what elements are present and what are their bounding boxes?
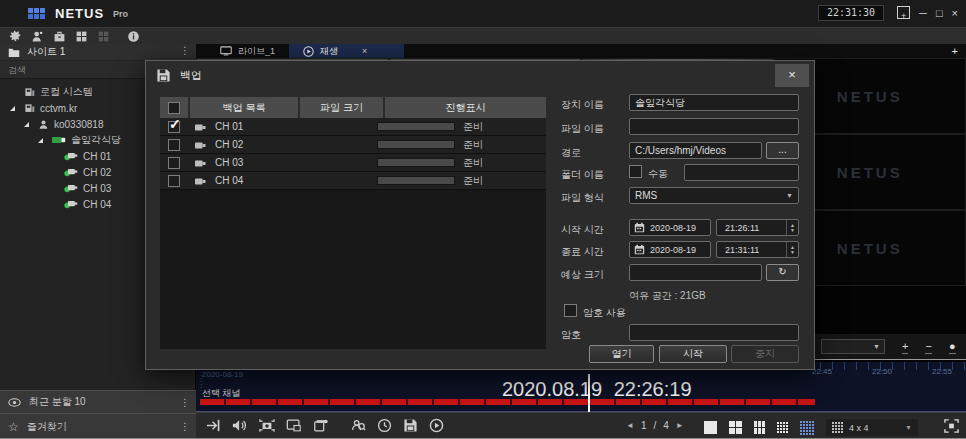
file-format-label: 파일 형식 bbox=[561, 191, 604, 205]
settings-gear-icon[interactable] bbox=[9, 30, 22, 43]
progress-status: 준비 bbox=[463, 120, 483, 134]
maximize-button[interactable]: □ bbox=[936, 4, 943, 22]
recording-track[interactable] bbox=[200, 399, 815, 405]
camera-icon bbox=[194, 136, 208, 154]
expanded-arrow-icon[interactable] bbox=[24, 122, 29, 127]
fullscreen-icon[interactable] bbox=[943, 418, 960, 438]
tab-live[interactable]: 라이브_1 bbox=[206, 44, 289, 58]
brand-suffix: Pro bbox=[113, 9, 128, 19]
dialog-title-bar[interactable]: 백업 bbox=[146, 61, 814, 89]
dialog-close-button[interactable]: × bbox=[775, 64, 809, 87]
camera-icon bbox=[64, 199, 78, 209]
spin-down-icon[interactable]: ▼ bbox=[790, 250, 795, 255]
device-name-label: 장치 이름 bbox=[561, 98, 604, 112]
progress-bar bbox=[377, 158, 455, 167]
minimize-button[interactable]: ─ bbox=[919, 4, 927, 22]
snapshot-camera-icon[interactable] bbox=[259, 418, 275, 437]
sidebar-menu-dots[interactable]: ⋮ bbox=[180, 45, 190, 56]
close-button[interactable]: × bbox=[952, 4, 958, 22]
progress-status: 준비 bbox=[463, 156, 483, 170]
expanded-arrow-icon[interactable] bbox=[38, 138, 43, 143]
info-icon[interactable] bbox=[127, 30, 140, 43]
timeline-scale-dropdown[interactable]: ▼ bbox=[821, 339, 885, 354]
goto-time-icon[interactable] bbox=[206, 418, 221, 437]
stop-button[interactable]: 중지 bbox=[731, 345, 799, 363]
layout-4x4-icon[interactable] bbox=[777, 422, 788, 433]
backup-save-icon[interactable] bbox=[403, 418, 418, 437]
refresh-size-button[interactable]: ↻ bbox=[766, 264, 799, 281]
backup-row-ch4[interactable]: CH 04 준비 bbox=[160, 172, 546, 190]
browse-button[interactable]: ... bbox=[766, 142, 799, 159]
file-name-label: 파일 이름 bbox=[561, 122, 604, 136]
channel-checkbox[interactable] bbox=[168, 139, 180, 151]
backup-dialog: 백업 × 백업 목록 파일 크기 진행표시 ✓ CH 01 준비 CH 02 bbox=[145, 60, 815, 370]
favorites-panel[interactable]: ☆ 즐겨찾기 ⋮ bbox=[0, 413, 196, 439]
recent-split-panel[interactable]: 최근 분할 10 ⋮ bbox=[0, 390, 196, 413]
expanded-arrow-icon[interactable] bbox=[10, 106, 15, 111]
recent-split-menu-dots[interactable]: ⋮ bbox=[180, 397, 190, 408]
backup-row-ch2[interactable]: CH 02 준비 bbox=[160, 136, 546, 154]
layout-5x5-icon-active[interactable] bbox=[800, 421, 814, 435]
grid-view-disabled-icon bbox=[97, 30, 110, 43]
start-button[interactable]: 시작 bbox=[659, 345, 727, 363]
folder-name-field[interactable] bbox=[684, 164, 799, 181]
layout-6-icon[interactable] bbox=[754, 421, 765, 434]
tab-close-icon[interactable]: × bbox=[362, 46, 367, 56]
end-time-spinner[interactable]: 21:31:11 ▲▼ bbox=[716, 241, 799, 258]
device-name-field[interactable]: 솔잎각식당 bbox=[629, 94, 799, 111]
play-circle-icon bbox=[303, 46, 314, 57]
open-button[interactable]: 열기 bbox=[589, 345, 654, 363]
next-page-icon[interactable]: ► bbox=[676, 421, 684, 430]
channel-checkbox[interactable] bbox=[168, 175, 180, 187]
file-format-select[interactable]: RMS ▼ bbox=[629, 187, 799, 204]
pip-view-icon[interactable] bbox=[286, 418, 302, 437]
netus-pro-window: NETUS Pro 22:31:30 + ─ □ × 사이트 1 ⋮ 검색 로컬… bbox=[0, 0, 966, 439]
layout-select-dropdown[interactable]: 4 x 4 ▼ bbox=[826, 419, 918, 436]
archive-box-icon[interactable] bbox=[53, 30, 66, 43]
audio-speaker-icon[interactable] bbox=[232, 418, 248, 437]
favorites-menu-dots[interactable]: ⋮ bbox=[180, 421, 190, 432]
end-date-picker[interactable]: 2020-08-19 bbox=[629, 241, 711, 258]
layout-2x2-icon[interactable] bbox=[729, 421, 742, 434]
estimated-size-field[interactable] bbox=[629, 264, 762, 281]
layout-1x1-icon[interactable] bbox=[704, 421, 717, 434]
select-all-checkbox[interactable] bbox=[168, 102, 180, 114]
add-tab-button[interactable]: + bbox=[952, 44, 958, 58]
pin-window-button[interactable]: + bbox=[897, 6, 910, 19]
recent-split-label: 최근 분할 10 bbox=[29, 395, 86, 409]
progress-bar bbox=[377, 176, 455, 185]
sidebar-header[interactable]: 사이트 1 ⋮ bbox=[0, 44, 196, 60]
camera-icon bbox=[64, 183, 78, 193]
start-time-spinner[interactable]: 21:26:11 ▲▼ bbox=[716, 219, 799, 236]
use-password-checkbox[interactable] bbox=[564, 304, 577, 317]
path-field[interactable]: C:/Users/hmj/Videos bbox=[629, 142, 762, 159]
page-navigator: ◄ 1 / 4 ► bbox=[626, 420, 684, 431]
timeline-zoom-out-button[interactable]: − bbox=[925, 340, 931, 354]
user-account-icon[interactable] bbox=[31, 30, 44, 43]
tab-playback[interactable]: 재생 × bbox=[289, 44, 404, 58]
sidebar-header-label: 사이트 1 bbox=[27, 45, 65, 59]
time-search-clock-icon[interactable] bbox=[377, 418, 392, 437]
password-field[interactable] bbox=[629, 324, 799, 341]
timeline-record-dot-button[interactable]: ● bbox=[949, 340, 956, 354]
timeline-zoom-in-button[interactable]: + bbox=[902, 340, 908, 354]
start-date-picker[interactable]: 2020-08-19 bbox=[629, 219, 711, 236]
camera-icon bbox=[194, 154, 208, 172]
smart-search-icon[interactable] bbox=[350, 418, 366, 437]
main-toolbar bbox=[0, 27, 966, 44]
camera-icon bbox=[64, 151, 78, 161]
manual-folder-checkbox[interactable] bbox=[629, 165, 642, 178]
channel-checkbox-checked[interactable]: ✓ bbox=[168, 121, 180, 133]
prev-page-icon[interactable]: ◄ bbox=[626, 421, 634, 430]
backup-table: 백업 목록 파일 크기 진행표시 ✓ CH 01 준비 CH 02 준비 bbox=[160, 97, 546, 349]
backup-row-ch3[interactable]: CH 03 준비 bbox=[160, 154, 546, 172]
file-name-field[interactable] bbox=[629, 118, 799, 135]
export-settings-icon[interactable] bbox=[313, 418, 329, 437]
playhead-cursor[interactable] bbox=[588, 374, 590, 412]
backup-row-ch1[interactable]: ✓ CH 01 준비 bbox=[160, 118, 546, 136]
grid-view-icon[interactable] bbox=[75, 30, 88, 43]
spin-down-icon[interactable]: ▼ bbox=[790, 228, 795, 233]
playback-circle-icon[interactable] bbox=[429, 418, 444, 437]
channel-checkbox[interactable] bbox=[168, 157, 180, 169]
free-space-label: 여유 공간 : 21GB bbox=[629, 289, 706, 303]
